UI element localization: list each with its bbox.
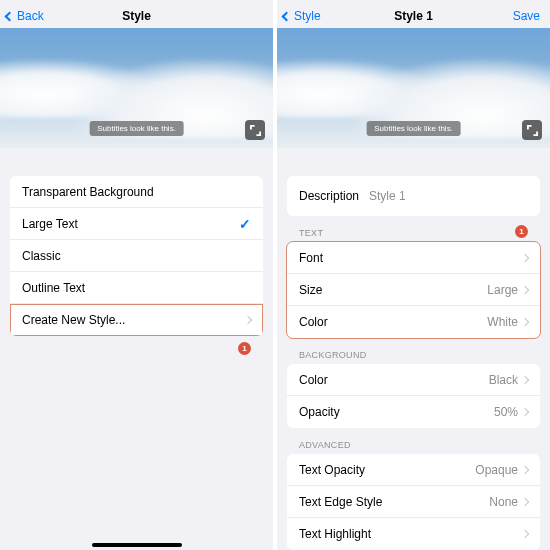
back-button[interactable]: Style [283,9,321,23]
style-option-transparent-background[interactable]: Transparent Background [10,176,263,208]
section-header-text: TEXT 1 [277,228,550,242]
size-row[interactable]: Size Large [287,274,540,306]
back-label: Style [294,9,321,23]
font-row[interactable]: Font [287,242,540,274]
row-value: 50% [494,405,518,419]
screen-style-list: Back Style Subtitles look like this. Tra… [0,0,273,550]
chevron-right-icon [521,318,529,326]
style-option-classic[interactable]: Classic [10,240,263,272]
text-edge-style-row[interactable]: Text Edge Style None [287,486,540,518]
style-option-large-text[interactable]: Large Text ✓ [10,208,263,240]
row-value: None [489,495,518,509]
nav-bar: Back Style [0,4,273,28]
expand-icon [250,125,261,136]
style-label: Outline Text [22,281,85,295]
create-new-label: Create New Style... [22,313,125,327]
text-opacity-row[interactable]: Text Opacity Opaque [287,454,540,486]
row-value: Opaque [475,463,518,477]
row-label: Opacity [299,405,340,419]
text-highlight-row[interactable]: Text Highlight [287,518,540,550]
row-label: Text Highlight [299,527,371,541]
style-label: Classic [22,249,61,263]
style-list: Transparent Background Large Text ✓ Clas… [10,176,263,336]
style-label: Transparent Background [22,185,154,199]
description-label: Description [299,189,359,203]
chevron-left-icon [5,11,15,21]
style-option-outline-text[interactable]: Outline Text [10,272,263,304]
row-label: Size [299,283,322,297]
back-button[interactable]: Back [6,9,44,23]
nav-bar: Style Style 1 Save [277,4,550,28]
description-row[interactable]: Description Style 1 [287,176,540,216]
row-label: Text Opacity [299,463,365,477]
chevron-left-icon [282,11,292,21]
row-label: Text Edge Style [299,495,382,509]
chevron-right-icon [521,375,529,383]
chevron-right-icon [521,285,529,293]
annotation-badge: 1 [515,225,528,238]
save-button[interactable]: Save [513,9,540,23]
expand-icon [527,125,538,136]
row-value: Large [487,283,518,297]
advanced-group: Text Opacity Opaque Text Edge Style None… [287,454,540,550]
chevron-right-icon [521,497,529,505]
color-row[interactable]: Color White [287,306,540,338]
check-icon: ✓ [239,216,251,232]
row-value: Black [489,373,518,387]
chevron-right-icon [521,253,529,261]
page-title: Style 1 [394,9,433,23]
row-label: Color [299,373,328,387]
annotation-badge: 1 [238,342,251,355]
row-label: Font [299,251,323,265]
expand-button[interactable] [245,120,265,140]
chevron-right-icon [521,530,529,538]
chevron-right-icon [244,316,252,324]
back-label: Back [17,9,44,23]
subtitle-preview: Subtitles look like this. [0,28,273,148]
page-title: Style [122,9,151,23]
description-value: Style 1 [369,189,406,203]
create-new-style-button[interactable]: Create New Style... [10,304,263,336]
row-value: White [487,315,518,329]
preview-subtitle-text: Subtitles look like this. [89,121,184,136]
chevron-right-icon [521,465,529,473]
screen-style-edit: Style Style 1 Save Subtitles look like t… [277,0,550,550]
section-header-advanced: ADVANCED [277,440,550,454]
style-label: Large Text [22,217,78,231]
text-group: Font Size Large Color White [287,242,540,338]
preview-subtitle-text: Subtitles look like this. [366,121,461,136]
home-indicator[interactable] [92,543,182,547]
chevron-right-icon [521,408,529,416]
row-label: Color [299,315,328,329]
section-header-background: BACKGROUND [277,350,550,364]
subtitle-preview: Subtitles look like this. [277,28,550,148]
description-group: Description Style 1 [287,176,540,216]
bg-opacity-row[interactable]: Opacity 50% [287,396,540,428]
bg-color-row[interactable]: Color Black [287,364,540,396]
expand-button[interactable] [522,120,542,140]
background-group: Color Black Opacity 50% [287,364,540,428]
